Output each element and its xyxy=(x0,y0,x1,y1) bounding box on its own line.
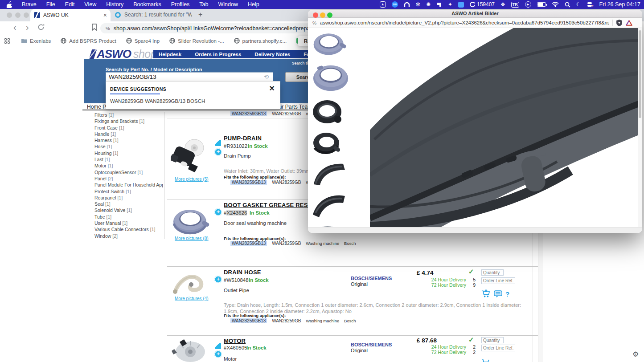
add-to-cart-icon[interactable] xyxy=(481,359,489,362)
menu-item[interactable]: File xyxy=(46,1,55,8)
thumbnail-gasket-black-coil[interactable] xyxy=(312,131,341,155)
thumbnail-gasket-black-arc-2[interactable] xyxy=(312,192,346,218)
product-title-link[interactable]: DRAIN HOSE xyxy=(224,269,261,276)
menu-item[interactable]: Edit xyxy=(65,1,75,8)
tr-status-icon[interactable]: TR xyxy=(511,2,519,8)
tab-close-icon[interactable]: × xyxy=(103,12,107,18)
search-input[interactable] xyxy=(106,72,273,81)
traffic-minimize-button[interactable] xyxy=(15,12,21,18)
menu-item[interactable]: Window xyxy=(218,1,238,8)
sidebar-category-item[interactable]: Panel[2] xyxy=(94,176,163,182)
traffic-close-button[interactable] xyxy=(7,12,12,18)
more-pictures-link[interactable]: More pictures (5) xyxy=(175,177,209,182)
tab-search-result[interactable]: Search: 1 result found for "WAN28 xyxy=(115,12,192,18)
brave-shield-icon[interactable] xyxy=(616,20,622,26)
sidebar-category-item[interactable]: Housing[1] xyxy=(94,150,163,157)
thumbnail-gasket-gray-1[interactable] xyxy=(312,31,348,57)
list-app-icon[interactable] xyxy=(458,2,464,8)
dropbox-icon[interactable]: ❖ xyxy=(500,0,505,9)
sidebar-category-item[interactable]: Window[2] xyxy=(94,233,163,240)
add-to-cart-icon[interactable] xyxy=(481,289,491,298)
burst-app-icon[interactable]: ✺ xyxy=(426,0,431,9)
wifi-icon[interactable] xyxy=(552,2,559,7)
breadcrumb-right[interactable]: air Parts Team xyxy=(278,104,312,110)
zoom-app-icon[interactable]: zm xyxy=(392,1,398,8)
expand-plus-icon[interactable]: + xyxy=(214,276,222,283)
thumbnail-gasket-black-arc-1[interactable] xyxy=(312,161,347,186)
arc-browser-icon[interactable] xyxy=(404,2,410,8)
expand-plus-icon[interactable]: + xyxy=(214,148,222,156)
sidebar-category-item[interactable]: Tube[1] xyxy=(94,214,163,220)
sidebar-category-item[interactable]: User Manual[1] xyxy=(94,220,163,227)
menu-item[interactable]: Tab xyxy=(199,1,208,8)
catalog-flag-icon[interactable] xyxy=(215,343,221,349)
g-corner-app-icon[interactable] xyxy=(436,2,442,8)
traffic-zoom-button[interactable] xyxy=(24,12,29,18)
new-tab-button[interactable]: + xyxy=(198,11,202,19)
more-pictures-link[interactable]: More pictures (4) xyxy=(175,296,209,301)
bookmark-exenlabs[interactable]: Exenlabs xyxy=(21,38,51,44)
shop-nav-item[interactable]: Orders in Progress xyxy=(195,52,241,57)
popup-address-bar[interactable]: ℅ aswoshop.aswo.com/nsearch/include/pict… xyxy=(308,18,642,28)
search-history-icon[interactable]: ⟲ xyxy=(264,73,269,80)
bookmark-slider-revolution[interactable]: Slider Revolution -... xyxy=(169,38,224,44)
thumbnail-gasket-black-ring[interactable] xyxy=(312,99,344,125)
apple-menu-icon[interactable] xyxy=(6,1,12,8)
site-settings-icon[interactable]: ℅ xyxy=(106,26,110,31)
shop-nav-item[interactable]: Delivery Notes xyxy=(254,52,290,57)
drain-hose-product-image[interactable] xyxy=(171,273,209,295)
menu-item[interactable]: Help xyxy=(248,1,259,8)
more-pictures-link[interactable]: More pictures (8) xyxy=(175,236,209,241)
menu-item[interactable]: View xyxy=(84,1,96,8)
expand-plus-icon[interactable]: + xyxy=(214,350,222,358)
boot-gasket-product-image[interactable] xyxy=(172,207,211,235)
suggestion-item[interactable]: WAN28259GB WAN28259GB/13 BOSCH xyxy=(110,98,205,104)
search-icon[interactable] xyxy=(565,2,570,8)
tab-aswo-uk[interactable]: ASWO UK × xyxy=(30,9,111,21)
help-icon[interactable]: ? xyxy=(505,290,509,298)
shop-nav-item[interactable]: Helpdesk xyxy=(159,52,181,57)
bookmark-spare4[interactable]: Spare4 Inp xyxy=(126,38,160,44)
expand-plus-icon[interactable]: + xyxy=(214,208,222,216)
user-switch-icon[interactable] xyxy=(587,2,594,8)
sidebar-category-item[interactable]: Hose[1] xyxy=(94,144,163,150)
play-circle-icon[interactable]: ▶ xyxy=(525,1,531,8)
product-title-link[interactable]: MOTOR xyxy=(224,338,246,344)
sidebar-category-item[interactable]: Various Cable Connectors[1] xyxy=(94,227,163,233)
sidebar-category-item[interactable]: Panel Module For Household Appliances[1] xyxy=(94,182,163,188)
alert-triangle-icon[interactable] xyxy=(626,20,632,26)
sidebar-category-item[interactable]: Filters[1] xyxy=(94,112,163,118)
bookmark-add-bsprs[interactable]: Add BSPRS Product xyxy=(61,38,116,44)
motor-product-image[interactable] xyxy=(171,338,207,362)
back-icon[interactable]: ‹ xyxy=(13,23,16,32)
triangle-app-icon[interactable]: ▲ xyxy=(380,1,386,8)
moon-icon[interactable]: ☾ xyxy=(576,0,581,9)
sidebar-category-item[interactable]: Last[1] xyxy=(94,157,163,163)
apps-grid-icon[interactable] xyxy=(4,38,10,44)
sidebar-category-item[interactable]: Protect Switch[1] xyxy=(94,189,163,195)
sidebar-category-item[interactable]: Front Case[1] xyxy=(94,125,163,131)
reload-icon[interactable] xyxy=(37,23,45,32)
comment-icon[interactable] xyxy=(494,290,502,298)
menu-item[interactable]: History xyxy=(106,1,123,8)
quantity-input[interactable] xyxy=(481,269,504,276)
battery-icon[interactable] xyxy=(537,2,546,7)
popup-scrollbar-thumb[interactable] xyxy=(639,30,641,118)
asterisk-app-icon[interactable]: ✻ xyxy=(416,0,420,9)
sidebar-category-item[interactable]: Harness[1] xyxy=(94,138,163,144)
forward-icon[interactable]: › xyxy=(26,23,29,32)
order-line-ref-input[interactable] xyxy=(481,277,515,284)
site-settings-icon[interactable]: ℅ xyxy=(312,20,316,25)
menu-item[interactable]: Bookmarks xyxy=(133,1,161,8)
thumbnail-gasket-gray-2[interactable] xyxy=(312,63,350,93)
quantity-input[interactable] xyxy=(481,337,504,343)
order-line-ref-input[interactable] xyxy=(481,345,515,351)
sidebar-category-item[interactable]: Seal[1] xyxy=(94,201,163,207)
menu-item[interactable]: Profiles xyxy=(171,1,190,8)
sidebar-category-item[interactable]: Fixings and Brackets[1] xyxy=(94,118,163,125)
product-title-link[interactable]: PUMP-DRAIN xyxy=(224,135,262,142)
pump-drain-product-image[interactable] xyxy=(171,136,206,174)
sparkle-app-icon[interactable]: ✦ xyxy=(448,0,452,9)
sidebar-category-item[interactable]: Motor[1] xyxy=(94,163,163,169)
sidebar-category-item[interactable]: Optocoupler/Sensor[1] xyxy=(94,170,163,176)
